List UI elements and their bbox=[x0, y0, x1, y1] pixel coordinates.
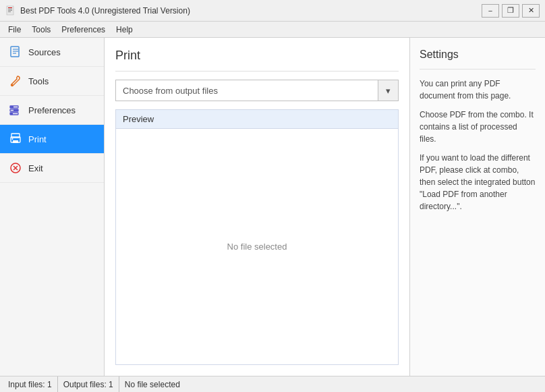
preferences-icon bbox=[8, 103, 23, 117]
menu-file[interactable]: File bbox=[3, 24, 26, 36]
svg-rect-4 bbox=[8, 11, 11, 12]
main-content: Print Choose from output files ▾ Preview… bbox=[105, 38, 410, 376]
preview-area: No file selected bbox=[115, 128, 399, 365]
restore-button[interactable]: ❐ bbox=[502, 4, 519, 18]
sidebar-label-exit: Exit bbox=[28, 163, 43, 173]
svg-rect-15 bbox=[10, 113, 13, 115]
sidebar-item-print[interactable]: Print bbox=[0, 125, 104, 154]
settings-description: You can print any PDF document from this… bbox=[420, 78, 536, 213]
app-icon bbox=[5, 5, 16, 16]
sources-icon bbox=[8, 45, 23, 59]
settings-para-3: If you want to load the different PDF, p… bbox=[420, 152, 536, 213]
title-bar: Best PDF Tools 4.0 (Unregistered Trial V… bbox=[0, 0, 545, 22]
sidebar-item-tools[interactable]: Tools bbox=[0, 67, 104, 96]
sidebar-item-preferences[interactable]: Preferences bbox=[0, 96, 104, 125]
minimize-button[interactable]: − bbox=[482, 4, 499, 18]
selected-file-status: No file selected bbox=[119, 380, 540, 389]
sidebar: Sources Tools bbox=[0, 38, 105, 376]
menu-tools[interactable]: Tools bbox=[26, 24, 56, 36]
settings-title: Settings bbox=[420, 49, 536, 61]
tools-icon bbox=[8, 74, 23, 88]
output-files-combo[interactable]: Choose from output files ▾ bbox=[115, 80, 399, 101]
close-button[interactable]: ✕ bbox=[522, 4, 540, 18]
svg-rect-18 bbox=[13, 140, 18, 143]
settings-separator bbox=[420, 69, 536, 69]
svg-rect-2 bbox=[8, 9, 12, 9]
preview-header: Preview bbox=[115, 109, 399, 128]
output-files-status: Output files: 1 bbox=[58, 376, 119, 392]
settings-para-2: Choose PDF from the combo. It contains a… bbox=[420, 109, 536, 145]
svg-rect-3 bbox=[8, 10, 12, 11]
page-title: Print bbox=[115, 49, 399, 63]
app-body: Sources Tools bbox=[0, 38, 545, 376]
menu-bar: File Tools Preferences Help bbox=[0, 22, 545, 38]
right-panel: Settings You can print any PDF document … bbox=[410, 38, 545, 376]
svg-rect-11 bbox=[10, 106, 13, 108]
title-bar-controls: − ❐ ✕ bbox=[482, 4, 540, 18]
sidebar-label-print: Print bbox=[28, 134, 47, 144]
menu-help[interactable]: Help bbox=[111, 24, 138, 36]
sidebar-item-exit[interactable]: Exit bbox=[0, 154, 104, 183]
sidebar-label-tools: Tools bbox=[28, 76, 49, 86]
output-files-select[interactable]: Choose from output files bbox=[116, 82, 378, 100]
exit-icon bbox=[8, 161, 23, 175]
svg-rect-13 bbox=[13, 109, 18, 111]
sidebar-label-preferences: Preferences bbox=[28, 105, 76, 115]
sidebar-label-sources: Sources bbox=[28, 47, 61, 57]
svg-rect-1 bbox=[8, 7, 12, 8]
sidebar-item-sources[interactable]: Sources bbox=[0, 38, 104, 67]
print-icon bbox=[8, 132, 23, 146]
input-files-status: Input files: 1 bbox=[5, 376, 58, 392]
menu-preferences[interactable]: Preferences bbox=[56, 24, 111, 36]
settings-para-1: You can print any PDF document from this… bbox=[420, 78, 536, 102]
title-bar-text: Best PDF Tools 4.0 (Unregistered Trial V… bbox=[20, 6, 482, 16]
no-file-text: No file selected bbox=[227, 242, 287, 252]
status-bar: Input files: 1 Output files: 1 No file s… bbox=[0, 376, 545, 392]
combo-arrow-icon[interactable]: ▾ bbox=[378, 80, 398, 101]
svg-point-9 bbox=[11, 84, 13, 86]
title-separator bbox=[115, 71, 399, 72]
svg-point-19 bbox=[12, 138, 13, 140]
